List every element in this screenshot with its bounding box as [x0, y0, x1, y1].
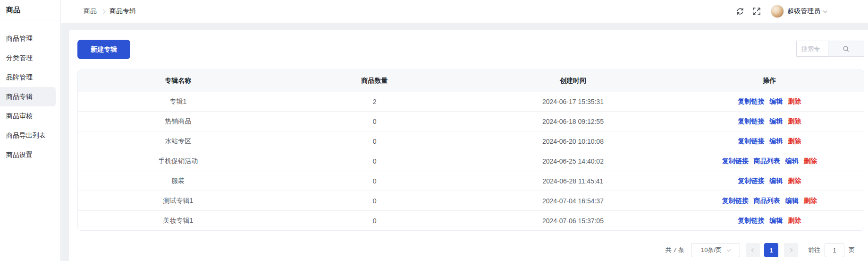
cell-name: 热销商品: [78, 112, 278, 131]
action-link[interactable]: 删除: [804, 157, 817, 165]
search-box: [796, 41, 864, 57]
action-link[interactable]: 删除: [804, 197, 817, 205]
goto-page-input[interactable]: [825, 243, 844, 257]
action-link[interactable]: 商品列表: [754, 157, 780, 165]
page-size-value: 10条/页: [701, 246, 722, 254]
cell-actions: 复制链接编辑删除: [675, 211, 864, 230]
albums-table: 专辑名称商品数量创建时间操作 专辑122024-06-17 15:35:31复制…: [77, 70, 864, 231]
cell-actions: 复制链接编辑删除: [675, 112, 864, 131]
content-area: 新建专辑 专辑名称商品数量创建时间操作 专辑122024-06-17 15:35…: [61, 23, 868, 261]
table-row: 水站专区02024-06-20 10:10:08复制链接编辑删除: [78, 131, 864, 151]
table-row: 专辑122024-06-17 15:35:31复制链接编辑删除: [78, 92, 864, 111]
cell-count: 2: [278, 92, 471, 111]
user-menu[interactable]: 超级管理员: [769, 5, 826, 18]
cell-count: 0: [278, 112, 471, 131]
action-link[interactable]: 复制链接: [738, 97, 764, 106]
cell-name: 服装: [78, 171, 278, 191]
action-link[interactable]: 复制链接: [722, 157, 749, 165]
chevron-right-icon: [789, 248, 792, 252]
action-link[interactable]: 编辑: [785, 157, 799, 165]
cell-count: 0: [278, 191, 471, 210]
prev-page-button[interactable]: [746, 243, 760, 257]
action-link[interactable]: 复制链接: [738, 217, 764, 225]
cell-actions: 复制链接编辑删除: [675, 92, 864, 111]
sidebar-item-1[interactable]: 分类管理: [0, 48, 60, 68]
table-row: 测试专辑102024-07-04 16:54:37复制链接商品列表编辑删除: [78, 191, 864, 210]
action-link[interactable]: 编辑: [785, 197, 799, 205]
column-header: 操作: [675, 70, 864, 92]
cell-actions: 复制链接编辑删除: [675, 171, 864, 191]
sidebar-item-3[interactable]: 商品专辑: [0, 87, 56, 106]
cell-name: 专辑1: [78, 92, 278, 111]
cell-created: 2024-06-28 11:45:41: [471, 171, 675, 191]
action-link[interactable]: 复制链接: [738, 117, 764, 126]
fullscreen-icon[interactable]: [752, 7, 761, 16]
action-link[interactable]: 删除: [788, 97, 801, 106]
pagination-total: 共 7 条: [666, 246, 684, 254]
action-link[interactable]: 编辑: [769, 137, 783, 146]
action-link[interactable]: 编辑: [769, 177, 783, 185]
breadcrumb-item-albums: 商品专辑: [110, 7, 136, 16]
action-link[interactable]: 编辑: [769, 97, 783, 106]
pagination: 共 7 条 10条/页 1 前往 页: [77, 243, 864, 257]
action-link[interactable]: 复制链接: [738, 137, 764, 146]
action-link[interactable]: 编辑: [769, 117, 783, 126]
app: 商品 商品管理分类管理品牌管理商品专辑商品审核商品导出列表商品设置 商品 商品专…: [0, 0, 868, 261]
refresh-icon[interactable]: [736, 7, 744, 16]
sidebar-item-4[interactable]: 商品审核: [0, 106, 60, 126]
sidebar-item-6[interactable]: 商品设置: [0, 145, 60, 165]
cell-actions: 复制链接商品列表编辑删除: [675, 151, 864, 171]
breadcrumb: 商品 商品专辑: [61, 7, 136, 16]
sidebar-item-label: 分类管理: [6, 54, 33, 62]
next-page-button[interactable]: [784, 243, 798, 257]
sidebar-item-5[interactable]: 商品导出列表: [0, 126, 60, 145]
cell-name: 手机促销活动: [78, 151, 278, 171]
sidebar-item-label: 商品审核: [6, 112, 33, 121]
cell-name: 美妆专辑1: [78, 211, 278, 230]
avatar[interactable]: [771, 5, 784, 18]
action-link[interactable]: 删除: [788, 217, 801, 225]
cell-created: 2024-07-06 15:37:05: [471, 211, 675, 230]
page-size-select[interactable]: 10条/页: [691, 243, 740, 257]
topbar: 商品 商品专辑 超级管理员: [61, 0, 868, 23]
breadcrumb-separator-icon: [101, 9, 106, 14]
breadcrumb-item-products[interactable]: 商品: [84, 7, 97, 16]
cell-created: 2024-06-17 15:35:31: [471, 92, 675, 111]
cell-count: 0: [278, 171, 471, 191]
sidebar-item-label: 商品导出列表: [6, 131, 46, 140]
toolbar: 新建专辑: [77, 40, 864, 59]
search-input[interactable]: [796, 41, 828, 57]
cell-name: 测试专辑1: [78, 191, 278, 210]
cell-count: 0: [278, 131, 471, 151]
action-link[interactable]: 删除: [788, 137, 801, 146]
action-link[interactable]: 删除: [788, 117, 801, 126]
table-header-row: 专辑名称商品数量创建时间操作: [78, 70, 864, 92]
action-link[interactable]: 复制链接: [738, 177, 764, 185]
column-header: 商品数量: [278, 70, 471, 92]
action-link[interactable]: 复制链接: [722, 197, 749, 205]
sidebar-item-label: 商品设置: [6, 151, 33, 159]
cell-created: 2024-06-20 10:10:08: [471, 131, 675, 151]
column-header: 专辑名称: [78, 70, 278, 92]
sidebar-item-0[interactable]: 商品管理: [0, 29, 60, 48]
table-body: 专辑122024-06-17 15:35:31复制链接编辑删除热销商品02024…: [78, 92, 864, 230]
action-link[interactable]: 编辑: [769, 217, 783, 225]
search-icon: [843, 45, 850, 52]
search-button[interactable]: [828, 41, 864, 57]
page-number-button[interactable]: 1: [764, 243, 778, 257]
cell-count: 0: [278, 151, 471, 171]
cell-name: 水站专区: [78, 131, 278, 151]
sidebar-item-label: 品牌管理: [6, 73, 33, 82]
sidebar-item-2[interactable]: 品牌管理: [0, 68, 60, 87]
cell-created: 2024-06-18 09:12:55: [471, 112, 675, 131]
page-unit-label: 页: [849, 246, 855, 254]
create-album-button[interactable]: 新建专辑: [77, 40, 130, 59]
column-header: 创建时间: [471, 70, 675, 92]
action-link[interactable]: 商品列表: [754, 197, 780, 205]
sidebar-menu: 商品管理分类管理品牌管理商品专辑商品审核商品导出列表商品设置: [0, 20, 60, 165]
cell-created: 2024-07-04 16:54:37: [471, 191, 675, 210]
table-row: 服装02024-06-28 11:45:41复制链接编辑删除: [78, 171, 864, 191]
action-link[interactable]: 删除: [788, 177, 801, 185]
content-card: 新建专辑 专辑名称商品数量创建时间操作 专辑122024-06-17 15:35…: [69, 30, 868, 261]
cell-count: 0: [278, 211, 471, 230]
